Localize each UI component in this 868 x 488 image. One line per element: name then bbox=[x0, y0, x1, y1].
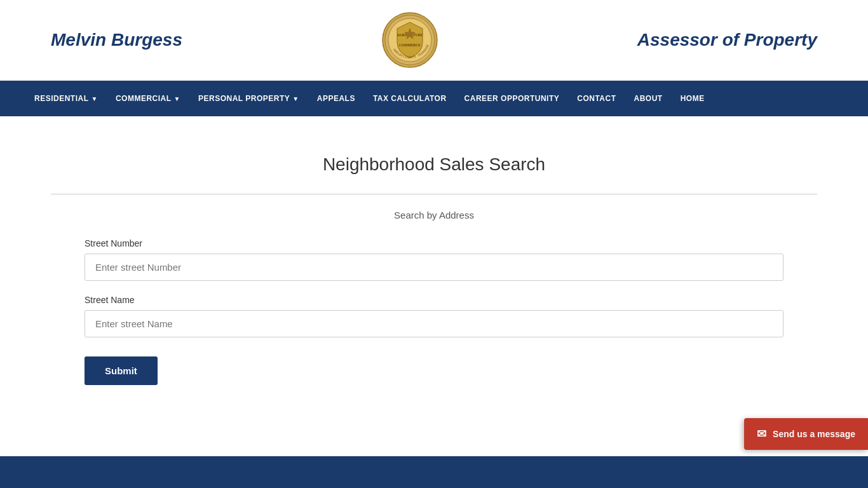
main-nav: RESIDENTIAL ▼ COMMERCIAL ▼ PERSONAL PROP… bbox=[0, 81, 868, 116]
site-name: Melvin Burgess bbox=[51, 30, 182, 50]
send-message-button[interactable]: ✉ Send us a message bbox=[744, 418, 868, 450]
street-name-label: Street Name bbox=[85, 295, 783, 305]
nav-item-personal-property[interactable]: PERSONAL PROPERTY ▼ bbox=[189, 81, 308, 116]
street-number-label: Street Number bbox=[85, 238, 783, 248]
nav-item-career-opportunity[interactable]: CAREER OPPORTUNITY bbox=[456, 81, 569, 116]
page-title: Neighborhood Sales Search bbox=[51, 154, 817, 175]
nav-item-about[interactable]: ABOUT bbox=[625, 81, 672, 116]
site-header: Melvin Burgess AGRICULTURE COMMERCE SHEL… bbox=[0, 0, 868, 81]
assessor-title: Assessor of Property bbox=[637, 30, 817, 50]
nav-item-appeals[interactable]: APPEALS bbox=[308, 81, 364, 116]
chevron-down-icon: ▼ bbox=[174, 95, 180, 102]
chevron-down-icon: ▼ bbox=[292, 95, 299, 102]
seal-logo: AGRICULTURE COMMERCE SHELBY COUNTY · TEN… bbox=[381, 11, 438, 69]
street-number-input[interactable] bbox=[85, 254, 783, 281]
message-button-label: Send us a message bbox=[773, 429, 855, 439]
submit-button[interactable]: Submit bbox=[85, 356, 158, 385]
chevron-down-icon: ▼ bbox=[92, 95, 98, 102]
main-content: Neighborhood Sales Search Search by Addr… bbox=[0, 116, 868, 436]
street-name-group: Street Name bbox=[85, 295, 783, 337]
street-name-input[interactable] bbox=[85, 310, 783, 337]
nav-item-residential[interactable]: RESIDENTIAL ▼ bbox=[25, 81, 107, 116]
nav-item-tax-calculator[interactable]: TAX CALCULATOR bbox=[364, 81, 456, 116]
search-subtitle: Search by Address bbox=[51, 210, 817, 220]
nav-item-contact[interactable]: CONTACT bbox=[568, 81, 625, 116]
footer-bar bbox=[0, 456, 868, 488]
nav-item-home[interactable]: HOME bbox=[672, 81, 714, 116]
nav-item-commercial[interactable]: COMMERCIAL ▼ bbox=[107, 81, 189, 116]
street-number-group: Street Number bbox=[85, 238, 783, 281]
search-form: Street Number Street Name Submit bbox=[85, 238, 783, 385]
envelope-icon: ✉ bbox=[757, 427, 766, 441]
divider bbox=[51, 194, 817, 194]
svg-text:COMMERCE: COMMERCE bbox=[399, 43, 421, 47]
